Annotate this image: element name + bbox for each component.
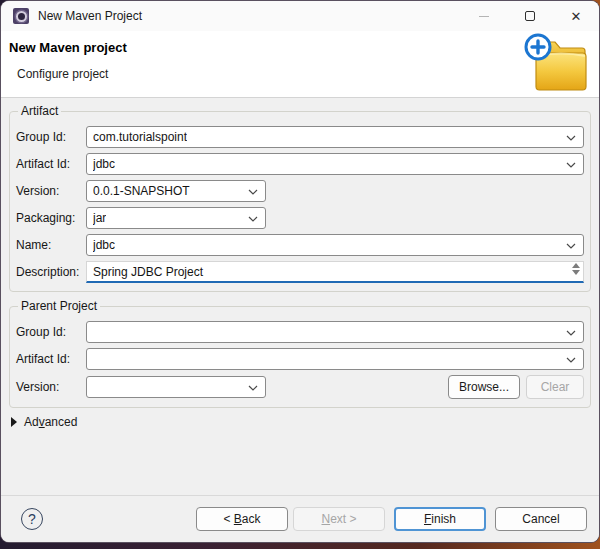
parent-version-row: Version: Browse... Clear xyxy=(16,375,584,399)
chevron-down-icon xyxy=(248,385,258,391)
version-row: Version: 0.0.1-SNAPSHOT xyxy=(16,180,584,202)
description-input[interactable]: Spring JDBC Project xyxy=(86,261,584,283)
name-value: jdbc xyxy=(93,238,115,252)
footer-buttons: < Back Next > Finish Cancel xyxy=(191,507,587,531)
parent-artifact-id-row: Artifact Id: xyxy=(16,348,584,370)
wizard-banner: New Maven project Configure project xyxy=(1,31,599,98)
packaging-row: Packaging: jar xyxy=(16,207,584,229)
name-combo[interactable]: jdbc xyxy=(86,234,584,256)
group-id-value: com.tutorialspoint xyxy=(93,130,187,144)
version-value: 0.0.1-SNAPSHOT xyxy=(93,184,190,198)
page-subtitle: Configure project xyxy=(17,67,108,81)
close-button[interactable]: ✕ xyxy=(553,1,599,31)
group-id-row: Group Id: com.tutorialspoint xyxy=(16,126,584,148)
artifact-id-label: Artifact Id: xyxy=(16,157,86,171)
eclipse-wizard-icon xyxy=(13,8,29,24)
parent-artifact-id-label: Artifact Id: xyxy=(16,352,86,366)
packaging-value: jar xyxy=(93,211,106,225)
back-button[interactable]: < Back xyxy=(196,507,288,531)
gear-icon xyxy=(16,11,27,22)
clear-button: Clear xyxy=(526,375,584,399)
minimize-button[interactable] xyxy=(461,1,507,31)
browse-button[interactable]: Browse... xyxy=(448,375,520,399)
artifact-id-row: Artifact Id: jdbc xyxy=(16,153,584,175)
cancel-button[interactable]: Cancel xyxy=(495,507,587,531)
group-id-label: Group Id: xyxy=(16,130,86,144)
next-button: Next > xyxy=(293,507,385,531)
close-icon: ✕ xyxy=(571,10,582,23)
version-label: Version: xyxy=(16,184,86,198)
parent-version-buttons: Browse... Clear xyxy=(448,375,584,399)
scroll-up-icon xyxy=(572,263,580,268)
parent-artifact-id-combo[interactable] xyxy=(86,348,584,370)
desktop-backdrop: New Maven Project ✕ New Maven project Co… xyxy=(0,0,600,549)
window-title: New Maven Project xyxy=(38,9,142,23)
packaging-combo[interactable]: jar xyxy=(86,207,266,229)
chevron-down-icon xyxy=(566,162,576,168)
maximize-icon xyxy=(525,11,535,21)
parent-project-group: Parent Project Group Id: Artifact Id: xyxy=(9,299,591,408)
parent-group-id-label: Group Id: xyxy=(16,325,86,339)
artifact-group: Artifact Group Id: com.tutorialspoint Ar… xyxy=(9,104,591,292)
minimize-icon xyxy=(479,16,489,17)
new-folder-icon xyxy=(523,32,593,98)
parent-group-id-row: Group Id: xyxy=(16,321,584,343)
finish-button[interactable]: Finish xyxy=(394,507,486,531)
artifact-id-combo[interactable]: jdbc xyxy=(86,153,584,175)
name-label: Name: xyxy=(16,238,86,252)
parent-version-label: Version: xyxy=(16,380,86,394)
scroll-down-icon xyxy=(572,270,580,275)
window-controls: ✕ xyxy=(461,1,599,31)
wizard-content: Artifact Group Id: com.tutorialspoint Ar… xyxy=(1,98,599,495)
parent-version-combo[interactable] xyxy=(86,376,266,398)
advanced-expander[interactable]: Advanced xyxy=(11,415,591,429)
artifact-group-label: Artifact xyxy=(18,104,61,118)
description-row: Description: Spring JDBC Project xyxy=(16,261,584,283)
help-button[interactable]: ? xyxy=(21,508,43,530)
version-combo[interactable]: 0.0.1-SNAPSHOT xyxy=(86,180,266,202)
group-id-combo[interactable]: com.tutorialspoint xyxy=(86,126,584,148)
advanced-label: Advanced xyxy=(24,415,77,429)
chevron-down-icon xyxy=(566,357,576,363)
chevron-down-icon xyxy=(248,189,258,195)
artifact-id-value: jdbc xyxy=(93,157,115,171)
chevron-down-icon xyxy=(248,216,258,222)
new-maven-project-dialog: New Maven Project ✕ New Maven project Co… xyxy=(1,1,599,542)
maximize-button[interactable] xyxy=(507,1,553,31)
expander-arrow-icon xyxy=(11,417,17,427)
button-bar: ? < Back Next > Finish Cancel xyxy=(1,495,599,542)
name-row: Name: jdbc xyxy=(16,234,584,256)
packaging-label: Packaging: xyxy=(16,211,86,225)
chevron-down-icon xyxy=(566,330,576,336)
question-mark-icon: ? xyxy=(28,511,36,527)
titlebar[interactable]: New Maven Project ✕ xyxy=(1,1,599,31)
scroll-spinner[interactable] xyxy=(572,263,580,275)
parent-project-group-label: Parent Project xyxy=(18,299,100,313)
description-label: Description: xyxy=(16,265,86,279)
parent-group-id-combo[interactable] xyxy=(86,321,584,343)
page-title: New Maven project xyxy=(9,40,127,55)
chevron-down-icon xyxy=(566,243,576,249)
chevron-down-icon xyxy=(566,135,576,141)
description-value: Spring JDBC Project xyxy=(93,265,203,279)
